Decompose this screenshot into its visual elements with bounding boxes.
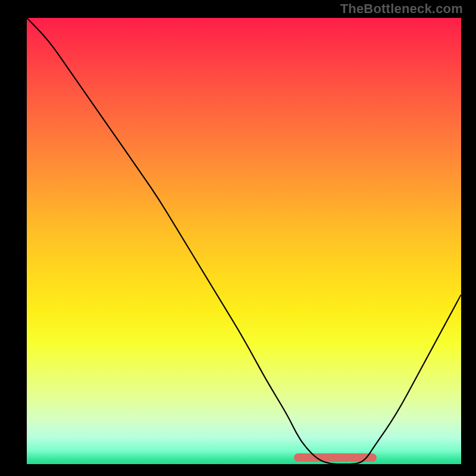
watermark-text: TheBottleneck.com (340, 1, 463, 17)
plot-area (27, 18, 461, 464)
chart-frame: TheBottleneck.com (0, 0, 476, 476)
curve-svg (27, 18, 461, 464)
curve-line (27, 18, 461, 464)
